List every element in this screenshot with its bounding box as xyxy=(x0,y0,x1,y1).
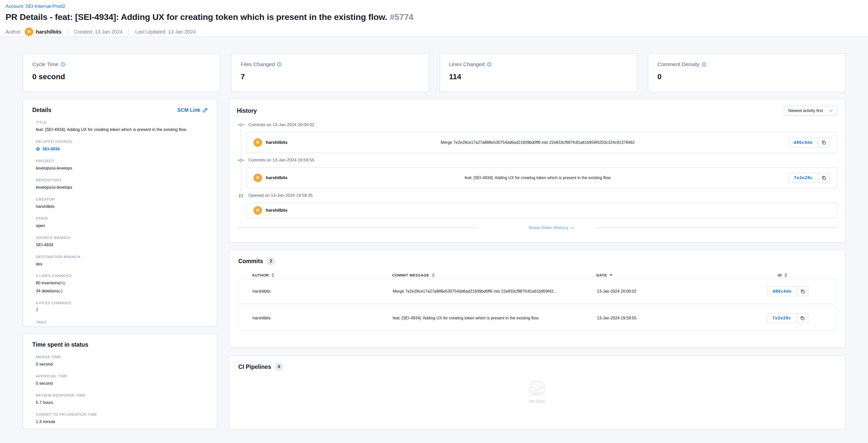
commits-table-header: AUTHOR COMMIT MESSAGE DATE ID xyxy=(238,273,836,277)
related-issue-key: SEI-4934 xyxy=(42,147,60,151)
field-value: 5.7 hours xyxy=(36,400,208,406)
history-sort-select[interactable]: Newest activity first xyxy=(784,106,837,116)
info-icon[interactable] xyxy=(702,62,706,67)
time-spent-card: Time spent in status MERGE TIME 0 second… xyxy=(23,333,217,429)
commit-author-name: harshilbits xyxy=(266,140,287,145)
copy-hash-button[interactable] xyxy=(818,173,830,183)
field-value: levelops/ui-levelops xyxy=(36,165,208,171)
pull-request-opened-icon xyxy=(237,193,245,198)
field-label: TAGS xyxy=(36,320,208,324)
cell-commit-message: Merge 7e2e28ce17a27a888e530754dd6ad21609… xyxy=(393,289,597,294)
field-value: 1.3 minute xyxy=(36,419,208,425)
table-row: harshilbits Merge 7e2e28ce17a27a888e5307… xyxy=(238,279,836,304)
field-label: STATE xyxy=(36,216,208,220)
author-label: Author: xyxy=(5,29,22,35)
history-commit-card: H harshilbits Merge 7e2e28ce17a27a888e53… xyxy=(246,132,837,153)
column-header-message[interactable]: COMMIT MESSAGE xyxy=(392,273,596,277)
copy-icon xyxy=(800,316,805,320)
show-older-history-button[interactable]: Show Older History xyxy=(529,225,575,230)
field-review-response-time: REVIEW RESPONSE TIME 5.7 hours xyxy=(36,393,208,406)
field-files-changed: # FILES CHANGED 7 xyxy=(36,301,208,313)
author-name: harshilbits xyxy=(36,29,61,35)
field-destination-branch: DESTINATION BRANCH dev xyxy=(36,255,208,267)
field-value: 80 insertions(+), xyxy=(36,280,208,286)
account-breadcrumb-link[interactable]: Account: SEI-Internal-Prod2 xyxy=(5,3,65,9)
page-header: Account: SEI-Internal-Prod2 PR Details -… xyxy=(0,0,868,37)
field-value: open xyxy=(36,223,208,229)
field-lines-changed: # LINES CHANGED 80 insertions(+), 34 del… xyxy=(36,273,208,294)
field-label: SOURCE BRANCH xyxy=(36,235,208,240)
page-title-text: PR Details - feat: [SEI-4934]: Adding UX… xyxy=(5,12,388,22)
field-approval-time: APPROVAL TIME 0 second xyxy=(36,374,208,386)
field-repository: REPOSITORY levelops/ui-levelops xyxy=(36,178,208,190)
commit-hash-button[interactable]: d86c4de xyxy=(767,286,797,296)
timeline-event-text: Commits on 13-Jan-2024 19:59:55 xyxy=(248,158,314,163)
info-icon[interactable] xyxy=(61,62,65,67)
cell-date: 13-Jan-2024 20:00:02 xyxy=(597,289,759,294)
column-header-id[interactable]: ID xyxy=(759,273,836,277)
metric-value: 0 second xyxy=(32,72,211,81)
commit-hash-group: 7e2e28c xyxy=(788,173,830,183)
field-state: STATE open xyxy=(36,216,208,229)
metric-value: 114 xyxy=(449,72,628,81)
right-column: History Newest activity first Commits on… xyxy=(229,99,845,430)
empty-state: No Data xyxy=(238,378,836,404)
ci-pipelines-title: CI Pipelines xyxy=(238,363,271,370)
sort-icon[interactable] xyxy=(271,273,274,277)
sort-icon[interactable] xyxy=(432,273,435,277)
metric-card-comment-density: Comment Density 0 xyxy=(648,53,845,92)
commit-hash-button[interactable]: 7e2e28c xyxy=(788,173,818,183)
sort-desc-icon[interactable] xyxy=(610,274,613,276)
field-label: REPOSITORY xyxy=(36,178,208,182)
divider xyxy=(596,228,837,228)
pr-details-page: Account: SEI-Internal-Prod2 PR Details -… xyxy=(0,0,868,443)
field-value: 0 second xyxy=(36,380,208,386)
commits-card: Commits 2 AUTHOR COMMIT MESSAGE xyxy=(229,250,845,348)
field-title: TITLE feat: [SEI-4934]: Adding UX for cr… xyxy=(36,120,208,133)
sort-icon[interactable] xyxy=(784,273,787,277)
column-header-author[interactable]: AUTHOR xyxy=(252,273,392,277)
commit-hash-button[interactable]: 7e2e28c xyxy=(767,313,797,323)
field-label: # FILES CHANGED xyxy=(36,301,208,305)
field-label: # LINES CHANGED xyxy=(36,273,208,278)
metric-card-cycle-time: Cycle Time 0 second xyxy=(23,53,220,92)
last-updated-date: Last Updated: 13 Jan 2024 xyxy=(135,29,196,35)
timeline-event-label: Commits on 13-Jan-2024 20:00:02 xyxy=(237,122,837,127)
no-data-label: No Data xyxy=(529,399,545,404)
field-related-issues: RELATED ISSUE(S) SEI-4934 xyxy=(36,139,208,152)
field-value: feat: [SEI-4934]: Adding UX for creating… xyxy=(36,127,208,133)
metric-value: 7 xyxy=(241,72,419,81)
info-icon[interactable] xyxy=(277,62,281,67)
copy-hash-button[interactable] xyxy=(797,313,808,323)
column-header-date[interactable]: DATE xyxy=(596,273,759,277)
field-merge-time: MERGE TIME 0 second xyxy=(36,355,208,367)
commit-message: feat: [SEI-4934]: Adding UX for creating… xyxy=(287,176,788,180)
commit-icon xyxy=(237,158,245,162)
related-issue-link[interactable]: SEI-4934 xyxy=(36,147,60,151)
chevron-down-icon xyxy=(571,227,575,229)
scm-link-label: SCM Link xyxy=(177,107,200,113)
chevron-down-icon xyxy=(829,110,833,112)
copy-hash-button[interactable] xyxy=(797,286,809,296)
commit-hash-group: 7e2e28c xyxy=(767,313,808,323)
history-opened-card: H harshilbits xyxy=(246,203,837,218)
commit-hash-button[interactable]: d86c4de xyxy=(788,138,818,148)
copy-icon xyxy=(822,176,826,180)
field-value: SEI-4934 xyxy=(36,242,208,248)
metric-label: Cycle Time xyxy=(32,61,59,67)
scm-link[interactable]: SCM Link xyxy=(177,107,208,113)
metric-label: Files Changed xyxy=(241,61,275,67)
column-label: ID xyxy=(778,273,782,277)
field-commit-to-pr-time: COMMIT TO PR CREATION TIME 1.3 minute xyxy=(36,412,208,425)
copy-hash-button[interactable] xyxy=(818,138,830,148)
field-label: COMMIT TO PR CREATION TIME xyxy=(36,412,208,416)
commits-title: Commits xyxy=(238,258,263,265)
issue-diamond-icon xyxy=(36,147,40,151)
author-row: Author: H harshilbits Created: 13 Jan 20… xyxy=(5,28,863,36)
timeline-event-text: Commits on 13-Jan-2024 20:00:02 xyxy=(248,122,314,127)
divider xyxy=(129,28,129,36)
info-icon[interactable] xyxy=(487,62,491,67)
metric-card-lines-changed: Lines Changed 114 xyxy=(439,53,637,92)
field-value: 0 second xyxy=(36,361,208,367)
field-source-branch: SOURCE BRANCH SEI-4934 xyxy=(36,235,208,248)
